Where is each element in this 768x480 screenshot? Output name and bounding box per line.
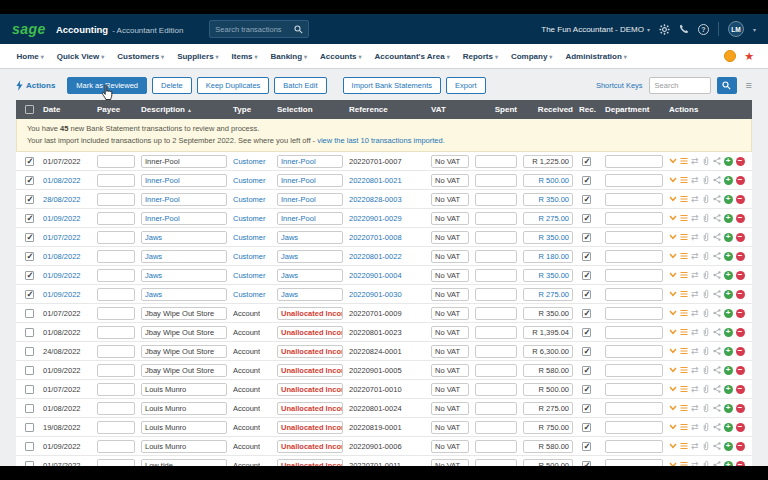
attachment-icon[interactable] bbox=[702, 156, 710, 166]
reconciled-checkbox[interactable] bbox=[582, 347, 591, 356]
vat-input[interactable]: No VAT bbox=[431, 364, 469, 377]
add-row-icon[interactable]: + bbox=[724, 461, 733, 467]
reconciled-checkbox[interactable] bbox=[582, 176, 591, 185]
department-input[interactable] bbox=[605, 250, 663, 263]
selection-input[interactable]: Jaws bbox=[277, 269, 343, 282]
attachment-icon[interactable] bbox=[702, 422, 710, 432]
date-link[interactable]: 01/08/2022 bbox=[43, 252, 81, 261]
description-input[interactable]: Inner-Pool bbox=[141, 174, 227, 187]
attachment-icon[interactable] bbox=[702, 213, 710, 223]
spent-input[interactable] bbox=[475, 193, 517, 206]
row-checkbox[interactable] bbox=[25, 252, 34, 261]
received-input[interactable]: R 350.00 bbox=[523, 269, 573, 282]
match-icon[interactable] bbox=[680, 347, 688, 355]
description-input[interactable]: Louis Munro bbox=[141, 383, 227, 396]
payee-input[interactable] bbox=[97, 193, 135, 206]
reference-link[interactable]: 20220801-0021 bbox=[349, 176, 402, 185]
select-all-checkbox[interactable] bbox=[25, 105, 34, 114]
phone-icon[interactable] bbox=[679, 24, 689, 34]
attachment-icon[interactable] bbox=[702, 175, 710, 185]
spent-input[interactable] bbox=[475, 383, 517, 396]
description-input[interactable]: Jaws bbox=[141, 288, 227, 301]
department-input[interactable] bbox=[605, 212, 663, 225]
add-row-icon[interactable]: + bbox=[724, 385, 733, 394]
favorites-icon[interactable]: ★ bbox=[744, 51, 754, 62]
help-icon[interactable]: ? bbox=[698, 24, 709, 35]
add-row-icon[interactable]: + bbox=[724, 214, 733, 223]
add-row-icon[interactable]: + bbox=[724, 309, 733, 318]
vat-input[interactable]: No VAT bbox=[431, 383, 469, 396]
split-icon[interactable] bbox=[713, 366, 721, 374]
vat-input[interactable]: No VAT bbox=[431, 326, 469, 339]
remove-row-icon[interactable]: − bbox=[736, 385, 745, 394]
payee-input[interactable] bbox=[97, 155, 135, 168]
match-icon[interactable] bbox=[680, 404, 688, 412]
expand-icon[interactable] bbox=[669, 329, 677, 335]
reference-link[interactable]: 20220701-0011 bbox=[349, 461, 401, 467]
selection-input[interactable]: Jaws bbox=[277, 288, 343, 301]
attachment-icon[interactable] bbox=[702, 289, 710, 299]
payee-input[interactable] bbox=[97, 364, 135, 377]
chevron-down-icon[interactable]: ▾ bbox=[753, 26, 756, 33]
spent-input[interactable] bbox=[475, 345, 517, 358]
view-last-imported-link[interactable]: view the last 10 transactions imported. bbox=[317, 136, 445, 145]
split-icon[interactable] bbox=[713, 214, 721, 222]
expand-icon[interactable] bbox=[669, 215, 677, 221]
reconciled-checkbox[interactable] bbox=[582, 233, 591, 242]
reconciled-checkbox[interactable] bbox=[582, 214, 591, 223]
match-icon[interactable] bbox=[680, 461, 688, 466]
department-input[interactable] bbox=[605, 269, 663, 282]
split-icon[interactable] bbox=[713, 404, 721, 412]
department-input[interactable] bbox=[605, 440, 663, 453]
type-link[interactable]: Customer bbox=[233, 176, 266, 185]
payee-input[interactable] bbox=[97, 174, 135, 187]
attachment-icon[interactable] bbox=[702, 232, 710, 242]
match-icon[interactable] bbox=[680, 366, 688, 374]
menu-quick-view[interactable]: Quick View▾ bbox=[50, 52, 111, 61]
expand-icon[interactable] bbox=[669, 367, 677, 373]
keep-duplicates-button[interactable]: Keep Duplicates bbox=[197, 77, 270, 94]
description-input[interactable]: Louis Munro bbox=[141, 440, 227, 453]
type-link[interactable]: Customer bbox=[233, 214, 266, 223]
row-checkbox[interactable] bbox=[25, 442, 34, 451]
match-icon[interactable] bbox=[680, 423, 688, 431]
received-input[interactable]: R 580.00 bbox=[523, 364, 573, 377]
received-input[interactable]: R 350.00 bbox=[523, 307, 573, 320]
add-row-icon[interactable]: + bbox=[724, 252, 733, 261]
type-link[interactable]: Account bbox=[233, 347, 260, 356]
expand-icon[interactable] bbox=[669, 158, 677, 164]
received-input[interactable]: R 500.00 bbox=[523, 174, 573, 187]
selection-input[interactable]: Inner-Pool bbox=[277, 155, 343, 168]
global-search-input[interactable]: Search transactions bbox=[209, 20, 309, 38]
selection-input[interactable]: Unallocated Income bbox=[277, 345, 343, 358]
transfer-icon[interactable]: ⇄ bbox=[691, 385, 699, 394]
type-link[interactable]: Account bbox=[233, 461, 260, 467]
assistant-icon[interactable] bbox=[724, 50, 736, 62]
delete-button[interactable]: Delete bbox=[152, 77, 192, 94]
spent-input[interactable] bbox=[475, 326, 517, 339]
menu-accountants-area[interactable]: Accountant's Area▾ bbox=[368, 52, 456, 61]
selection-input[interactable]: Unallocated Income bbox=[277, 383, 343, 396]
reference-link[interactable]: 20220801-0024 bbox=[349, 404, 402, 413]
type-link[interactable]: Account bbox=[233, 309, 260, 318]
add-row-icon[interactable]: + bbox=[724, 347, 733, 356]
attachment-icon[interactable] bbox=[702, 365, 710, 375]
remove-row-icon[interactable]: − bbox=[736, 233, 745, 242]
attachment-icon[interactable] bbox=[702, 403, 710, 413]
date-link[interactable]: 01/08/2022 bbox=[43, 176, 81, 185]
transfer-icon[interactable]: ⇄ bbox=[691, 214, 699, 223]
transfer-icon[interactable]: ⇄ bbox=[691, 252, 699, 261]
remove-row-icon[interactable]: − bbox=[736, 195, 745, 204]
department-input[interactable] bbox=[605, 383, 663, 396]
payee-input[interactable] bbox=[97, 250, 135, 263]
add-row-icon[interactable]: + bbox=[724, 328, 733, 337]
transfer-icon[interactable]: ⇄ bbox=[691, 461, 699, 467]
selection-input[interactable]: Jaws bbox=[277, 231, 343, 244]
remove-row-icon[interactable]: − bbox=[736, 309, 745, 318]
description-input[interactable]: Inner-Pool bbox=[141, 155, 227, 168]
reference-link[interactable]: 20220824-0001 bbox=[349, 347, 402, 356]
split-icon[interactable] bbox=[713, 347, 721, 355]
spent-input[interactable] bbox=[475, 307, 517, 320]
row-checkbox[interactable] bbox=[25, 328, 34, 337]
selection-input[interactable]: Inner-Pool bbox=[277, 212, 343, 225]
